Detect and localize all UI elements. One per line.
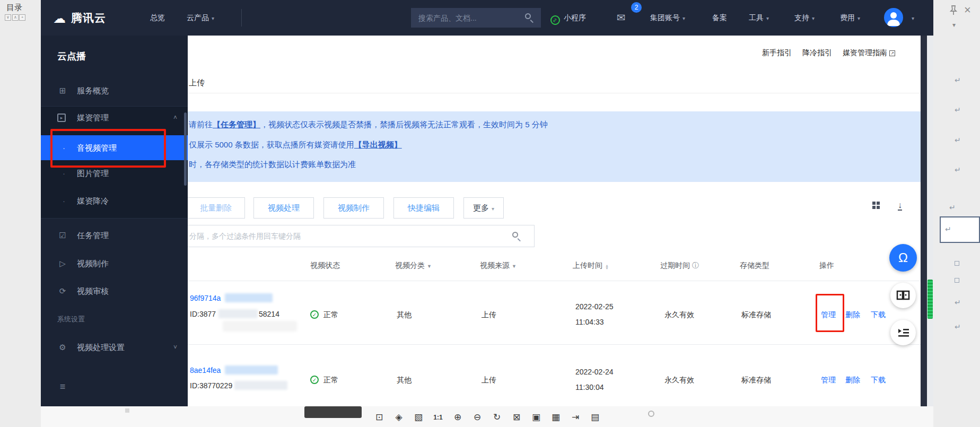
vod-sidebar: 云点播 ⊞ 服务概览 ▸ 媒资管理 ˄ · 音视频管理 · 图片管理 · 媒资降…: [41, 36, 188, 406]
nav-products[interactable]: 云产品▾: [187, 0, 214, 36]
task-management-link[interactable]: 【任务管理】: [213, 120, 260, 129]
status-ok-icon: ✓: [310, 376, 319, 384]
nav-search-input[interactable]: [411, 8, 541, 28]
sort-icon[interactable]: ▲▼: [605, 264, 609, 269]
nav-mini-program[interactable]: ∿小程序: [550, 0, 586, 36]
video-name-link[interactable]: 96f9714a: [190, 294, 221, 302]
redacted-blur: [223, 321, 297, 332]
link-cooling-guide[interactable]: 降冷指引: [802, 48, 832, 58]
quick-edit-button[interactable]: 快捷编辑: [393, 197, 454, 219]
download-list-icon[interactable]: ↓: [898, 201, 902, 211]
video-name-link[interactable]: 8ae14fea: [190, 366, 221, 374]
notice-line-2: 仅展示 5000 条数据，获取点播所有媒资请使用【导出视频】: [189, 140, 402, 150]
sidebar-item-video-review[interactable]: ⟳ 视频审核: [41, 280, 188, 303]
paragraph-mark: ↵: [955, 76, 961, 84]
info-icon[interactable]: ⓘ: [692, 262, 699, 269]
filter-icon[interactable]: ▼: [512, 264, 517, 269]
nav-tools[interactable]: 工具▾: [749, 0, 769, 36]
filter-search-input[interactable]: [187, 225, 535, 247]
print-icon[interactable]: ▤: [587, 409, 603, 425]
catalog-add-button[interactable]: +: [19, 14, 25, 21]
video-process-button[interactable]: 视频处理: [253, 197, 314, 219]
page-scrollbar-track[interactable]: [927, 36, 933, 406]
sidebar-item-video-process-settings[interactable]: ⚙ 视频处理设置 ˅: [41, 336, 188, 359]
delete-link[interactable]: 删除: [845, 376, 860, 385]
batch-delete-button[interactable]: 批量删除: [187, 197, 245, 219]
nav-billing[interactable]: 费用▾: [840, 0, 860, 36]
sidebar-scrollbar-thumb[interactable]: [184, 112, 187, 186]
annotate-icon[interactable]: ▧: [410, 409, 426, 425]
item-label: 服务概览: [77, 79, 109, 102]
one-to-one-icon[interactable]: 1:1: [430, 409, 446, 425]
page-scrollbar-thumb[interactable]: [928, 280, 933, 319]
source-value: 上传: [482, 310, 496, 320]
manage-link[interactable]: 管理: [821, 376, 836, 385]
upload-time: 11:04:33: [575, 318, 603, 326]
caret-down-icon: ▾: [682, 15, 685, 21]
sidebar-collapse-button[interactable]: ≡: [41, 375, 188, 398]
zoom-out-icon[interactable]: ⊖: [469, 409, 485, 425]
toolbar-tooltip: [304, 406, 362, 418]
nav-overview[interactable]: 总览: [150, 0, 165, 36]
catalog-expand-button[interactable]: ∧: [12, 14, 19, 21]
link-media-guide[interactable]: 媒资管理指南↗: [843, 48, 895, 58]
sidebar-item-image-management[interactable]: · 图片管理: [41, 162, 188, 185]
user-avatar[interactable]: [884, 8, 903, 27]
docs-button[interactable]: [890, 283, 916, 308]
sidebar-item-audio-video-management[interactable]: · 音视频管理: [41, 135, 188, 160]
image-tool-icon[interactable]: ▣: [528, 409, 544, 425]
sidebar-item-service-overview[interactable]: ⊞ 服务概览: [41, 79, 188, 102]
grid-view-icon[interactable]: [872, 202, 880, 209]
catalog-collapse-button[interactable]: ∨: [5, 14, 11, 21]
toolbar-dot-icon[interactable]: [648, 411, 654, 417]
review-loop-icon: ⟳: [57, 280, 68, 303]
category-value: 其他: [397, 310, 412, 320]
avatar-caret[interactable]: ▾: [909, 0, 914, 36]
export-video-link[interactable]: 【导出视频】: [354, 140, 402, 149]
notice-line-1: 请前往【任务管理】，视频状态仅表示视频是否禁播，禁播后视频将无法正常观看，生效时…: [189, 120, 548, 130]
nav-support[interactable]: 支持▾: [794, 0, 815, 36]
filter-icon[interactable]: ▼: [427, 264, 432, 269]
document-selection-box: ↵: [940, 216, 980, 243]
pin-icon[interactable]: [948, 4, 959, 16]
filter-search-icon[interactable]: [512, 232, 518, 238]
sidebar-item-task-management[interactable]: ☑ 任务管理: [41, 224, 188, 247]
upload-date: 2022-02-24: [575, 368, 614, 376]
message-envelope-icon[interactable]: ✉: [617, 0, 626, 36]
zoom-in-icon[interactable]: ⊕: [450, 409, 466, 425]
fit-page-icon[interactable]: ⊡: [371, 409, 387, 425]
sidebar-item-video-compose[interactable]: ▷ 视频制作: [41, 252, 188, 275]
more-button[interactable]: 更多▾: [463, 197, 504, 219]
link-beginner-guide[interactable]: 新手指引: [762, 48, 792, 58]
nav-beian[interactable]: 备案: [712, 0, 727, 36]
search-icon[interactable]: [525, 13, 531, 19]
caret-down-icon: ▾: [766, 15, 769, 21]
close-icon[interactable]: ×: [964, 3, 971, 17]
video-compose-button[interactable]: 视频制作: [323, 197, 384, 219]
tencent-cloud-logo[interactable]: ☁腾讯云: [53, 0, 106, 36]
upload-label[interactable]: 上传: [189, 78, 205, 88]
delete-link[interactable]: 删除: [845, 310, 860, 320]
feedback-list-button[interactable]: [890, 320, 916, 345]
item-label: 音视频管理: [77, 135, 117, 160]
caret-down-icon[interactable]: ▾: [952, 21, 956, 29]
paragraph-mark: ↵: [945, 225, 951, 233]
video-id-suffix: 58214: [259, 310, 279, 318]
manage-link[interactable]: 管理: [821, 310, 836, 320]
customer-service-button[interactable]: Ω: [889, 244, 917, 272]
notice-banner: 请前往【任务管理】，视频状态仅表示视频是否禁播，禁播后视频将无法正常观看，生效时…: [188, 111, 921, 182]
fit-width-icon[interactable]: ◈: [391, 409, 407, 425]
sidebar-item-media-cooling[interactable]: · 媒资降冷: [41, 189, 188, 213]
select-icon[interactable]: ⊠: [509, 409, 524, 425]
image-tool2-icon[interactable]: ▦: [548, 409, 564, 425]
rotate-icon[interactable]: ↻: [489, 409, 505, 425]
download-link[interactable]: 下载: [871, 376, 886, 385]
message-count-badge[interactable]: 2: [631, 2, 642, 13]
nav-group-account[interactable]: 集团账号▾: [650, 0, 685, 36]
notice-line-3: 时，各存储类型的统计数据以计费账单数据为准: [189, 160, 356, 170]
download-link[interactable]: 下载: [871, 310, 886, 320]
sidebar-item-media-management[interactable]: ▸ 媒资管理 ˄: [41, 106, 188, 129]
export-icon[interactable]: ⇥: [567, 409, 583, 425]
play-outline-icon: ▷: [57, 252, 68, 275]
col-header-upload-time: 上传时间▲▼: [573, 261, 609, 271]
